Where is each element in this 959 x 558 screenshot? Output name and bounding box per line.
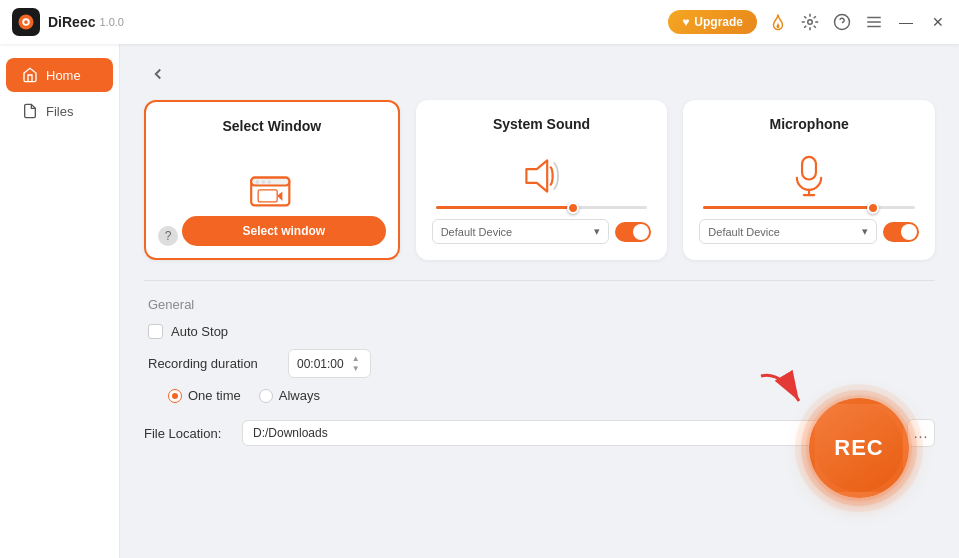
microphone-title: Microphone (770, 116, 849, 132)
auto-stop-checkbox[interactable] (148, 324, 163, 339)
select-window-card: Select Window ? Select window (144, 100, 400, 260)
sidebar-home-label: Home (46, 68, 81, 83)
always-radio-label[interactable]: Always (259, 388, 320, 403)
main-content: Select Window ? Select window System Sou… (120, 44, 959, 558)
file-browse-button[interactable]: ... (907, 419, 935, 447)
system-sound-title: System Sound (493, 116, 590, 132)
cards-row: Select Window ? Select window System Sou… (144, 100, 935, 260)
always-label: Always (279, 388, 320, 403)
radio-row: One time Always (148, 388, 931, 403)
always-radio[interactable] (259, 389, 273, 403)
titlebar-icons: — ✕ (769, 13, 947, 31)
sidebar-item-files[interactable]: Files (6, 94, 113, 128)
microphone-device-label: Default Device (708, 226, 780, 238)
general-label: General (148, 297, 931, 312)
svg-point-3 (808, 20, 813, 25)
svg-point-2 (24, 20, 28, 24)
rec-label: REC (834, 435, 883, 461)
microphone-toggle[interactable] (883, 222, 919, 242)
stepper-up[interactable]: ▲ (350, 354, 362, 363)
duration-stepper[interactable]: ▲ ▼ (350, 354, 362, 373)
help-icon[interactable] (833, 13, 851, 31)
minimize-button[interactable]: — (897, 13, 915, 31)
stepper-down[interactable]: ▼ (350, 364, 362, 373)
select-window-button[interactable]: Select window (182, 216, 386, 246)
app-name: DiReec (48, 14, 95, 30)
system-sound-icon (516, 146, 568, 206)
upgrade-heart-icon: ♥ (682, 15, 689, 29)
auto-stop-row: Auto Stop (148, 324, 931, 339)
sidebar: Home Files (0, 44, 120, 558)
svg-point-12 (267, 180, 270, 183)
microphone-card: Microphone Default Device ▾ (683, 100, 935, 260)
microphone-slider[interactable] (699, 206, 919, 209)
system-sound-slider[interactable] (432, 206, 652, 209)
sidebar-item-home[interactable]: Home (6, 58, 113, 92)
menu-icon[interactable] (865, 13, 883, 31)
select-window-title: Select Window (223, 118, 322, 134)
svg-rect-15 (802, 157, 816, 180)
upgrade-button[interactable]: ♥ Upgrade (668, 10, 757, 34)
system-sound-card: System Sound Default Device ▾ (416, 100, 668, 260)
system-sound-device-select[interactable]: Default Device ▾ (432, 219, 610, 244)
sidebar-files-label: Files (46, 104, 73, 119)
microphone-icon (783, 146, 835, 206)
file-location-label: File Location: (144, 426, 234, 441)
auto-stop-label: Auto Stop (171, 324, 228, 339)
system-sound-toggle[interactable] (615, 222, 651, 242)
app-logo (12, 8, 40, 36)
system-sound-device-row: Default Device ▾ (432, 219, 652, 244)
recording-duration-label: Recording duration (148, 356, 278, 371)
close-button[interactable]: ✕ (929, 13, 947, 31)
duration-value: 00:01:00 (297, 357, 344, 371)
one-time-radio[interactable] (168, 389, 182, 403)
system-sound-device-label: Default Device (441, 226, 513, 238)
help-circle-icon[interactable]: ? (158, 226, 178, 246)
upgrade-label: Upgrade (694, 15, 743, 29)
arrow-indicator (751, 366, 811, 420)
svg-marker-14 (526, 160, 547, 191)
back-button[interactable] (144, 60, 172, 88)
app-version: 1.0.0 (99, 16, 123, 28)
recording-duration-row: Recording duration 00:01:00 ▲ ▼ (148, 349, 931, 378)
one-time-label: One time (188, 388, 241, 403)
microphone-device-row: Default Device ▾ (699, 219, 919, 244)
titlebar: DiReec 1.0.0 ♥ Upgrade (0, 0, 959, 44)
flame-icon[interactable] (769, 13, 787, 31)
duration-input[interactable]: 00:01:00 ▲ ▼ (288, 349, 371, 378)
svg-point-10 (255, 180, 258, 183)
svg-point-11 (261, 180, 264, 183)
file-location-input[interactable]: D:/Downloads (242, 420, 899, 446)
rec-button[interactable]: REC (809, 398, 909, 498)
recurrence-radio-group: One time Always (168, 388, 320, 403)
settings-icon[interactable] (801, 13, 819, 31)
general-section: General Auto Stop Recording duration 00:… (144, 297, 935, 403)
section-divider (144, 280, 935, 281)
auto-stop-checkbox-label[interactable]: Auto Stop (148, 324, 228, 339)
microphone-device-select[interactable]: Default Device ▾ (699, 219, 877, 244)
one-time-radio-label[interactable]: One time (168, 388, 241, 403)
